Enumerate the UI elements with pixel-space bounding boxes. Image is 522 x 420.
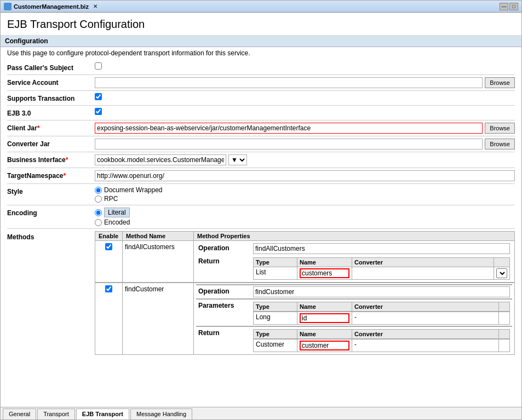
findallcustomers-operation-input[interactable] — [253, 243, 510, 254]
findcustomer-return-table: Type Name Converter — [253, 329, 510, 352]
bottom-spacer — [1, 357, 521, 368]
tab-message-handling[interactable]: Message Handling — [130, 409, 192, 419]
converter-jar-browse-button[interactable]: Browse — [485, 139, 515, 149]
page-title: EJB Transport Configuration — [1, 13, 521, 36]
style-rpc-label: RPC — [104, 195, 118, 203]
findallcustomers-return-table: Type Name Converter — [253, 257, 510, 280]
pass-callers-subject-checkbox[interactable] — [95, 62, 102, 70]
findcustomer-parameters-label: Parameters — [198, 302, 234, 309]
business-interface-input[interactable]: cookbook.model.services.CustomerManageme… — [95, 154, 226, 165]
ejb30-row: EJB 3.0 — [1, 106, 521, 120]
content-area: Configuration Use this page to configure… — [1, 36, 521, 407]
findcustomer-return-name-input[interactable] — [300, 341, 349, 350]
methods-header-enable: Enable — [95, 232, 123, 241]
encoding-encoded-radio[interactable] — [95, 219, 102, 226]
target-namespace-input[interactable]: http://www.openuri.org/ — [95, 170, 515, 181]
findallcustomers-return-name-input[interactable] — [300, 268, 349, 278]
method-findcustomer-checkbox[interactable] — [105, 285, 112, 292]
findcustomer-param-name-input[interactable] — [300, 313, 349, 323]
ejb30-checkbox[interactable] — [95, 108, 102, 115]
ejb30-label: EJB 3.0 — [7, 108, 95, 117]
method-findallcustomers-checkbox[interactable] — [105, 243, 112, 250]
converter-jar-input[interactable] — [95, 139, 483, 149]
methods-row: Methods Enable Method Name Method Proper… — [1, 229, 521, 357]
converter-jar-label: Converter Jar — [7, 139, 95, 148]
findallcustomers-return-name-header: Name — [297, 258, 352, 267]
findcustomer-operation-input[interactable] — [253, 286, 510, 297]
encoding-radio-group: Literal Encoded — [95, 208, 130, 226]
findcustomer-return-label: Return — [198, 329, 220, 337]
client-jar-browse-button[interactable]: Browse — [485, 123, 515, 134]
business-interface-dropdown[interactable]: ▼ — [228, 154, 247, 165]
style-radio-group: Document Wrapped RPC — [95, 186, 163, 203]
tab-close-icon[interactable]: ✕ — [93, 3, 97, 9]
supports-transaction-label: Supports Transaction — [7, 93, 95, 102]
method-row-find-customer: findCustomer Operation — [95, 283, 515, 355]
findallcustomers-return-converter — [352, 267, 494, 280]
findallcustomers-return-label: Return — [198, 257, 220, 265]
service-account-input[interactable] — [95, 77, 483, 88]
tab-general[interactable]: General — [3, 409, 36, 419]
methods-table: Enable Method Name Method Properties — [95, 231, 515, 355]
title-bar: CustomerManagement.biz ✕ — □ — [1, 1, 521, 13]
business-interface-row: Business Interface* cookbook.model.servi… — [1, 152, 521, 168]
findcustomer-param-type: Long — [254, 312, 297, 325]
methods-header-method-properties: Method Properties — [194, 232, 515, 241]
findallcustomers-converter-select[interactable]: ▼ — [496, 268, 507, 278]
encoding-row: Encoding Literal Encoded — [1, 205, 521, 228]
encoding-literal-radio[interactable] — [95, 209, 102, 216]
minimize-button[interactable]: — — [500, 3, 508, 10]
supports-transaction-row: Supports Transaction — [1, 91, 521, 105]
findallcustomers-return-converter-header: Converter — [352, 258, 494, 267]
method-findcustomer-name: findCustomer — [125, 285, 164, 293]
app-icon — [4, 3, 12, 10]
supports-transaction-checkbox[interactable] — [95, 93, 102, 100]
style-rpc-row: RPC — [95, 195, 163, 203]
findcustomer-return-row: Customer - — [254, 339, 510, 352]
encoding-encoded-label: Encoded — [104, 218, 130, 226]
style-row: Style Document Wrapped RPC — [1, 184, 521, 205]
service-account-label: Service Account — [7, 77, 95, 87]
converter-jar-row: Converter Jar Browse — [1, 136, 521, 152]
methods-table-container: Enable Method Name Method Properties — [95, 231, 515, 355]
method-findallcustomers-name: findAllCustomers — [125, 243, 175, 251]
findcustomer-param-type-header: Type — [254, 302, 297, 312]
client-jar-row: Client Jar* exposing-session-bean-as-web… — [1, 120, 521, 136]
findcustomer-params-table: Type Name Converter — [253, 302, 510, 325]
findallcustomers-return-row: List ▼ — [254, 267, 510, 280]
style-rpc-radio[interactable] — [95, 195, 102, 203]
methods-header-method-name: Method Name — [123, 232, 194, 241]
encoding-label: Encoding — [7, 208, 95, 217]
findcustomer-return-type-header: Type — [254, 330, 297, 340]
encoding-encoded-row: Encoded — [95, 218, 130, 226]
client-jar-input[interactable]: exposing-session-bean-as-webservice/jar/… — [95, 123, 483, 134]
findcustomer-param-row: Long - — [254, 312, 510, 325]
section-header: Configuration — [1, 36, 521, 47]
findcustomer-param-converter: - — [352, 312, 499, 325]
findcustomer-return-type: Customer — [254, 339, 297, 352]
method-row-find-all-customers: findAllCustomers Operation — [95, 241, 515, 283]
findcustomer-return-action — [499, 339, 510, 352]
encoding-literal-label: Literal — [104, 208, 130, 217]
findcustomer-operation-label: Operation — [198, 287, 230, 295]
tab-ejb-transport[interactable]: EJB Transport — [76, 409, 129, 419]
tab-bar: General Transport EJB Transport Message … — [1, 407, 521, 419]
service-account-browse-button[interactable]: Browse — [485, 77, 515, 88]
methods-label: Methods — [7, 231, 95, 241]
findcustomer-param-name-header: Name — [297, 302, 352, 312]
findcustomer-param-action — [499, 312, 510, 325]
encoding-literal-row: Literal — [95, 208, 130, 217]
findcustomer-param-converter-header: Converter — [352, 302, 499, 312]
tab-transport[interactable]: Transport — [37, 409, 75, 419]
business-interface-label: Business Interface* — [7, 154, 95, 164]
findallcustomers-operation-label: Operation — [198, 244, 230, 252]
pass-callers-subject-row: Pass Caller's Subject — [1, 60, 521, 74]
method-findcustomer-properties: Operation Parameters — [194, 283, 515, 355]
style-doc-wrapped-radio[interactable] — [95, 187, 102, 194]
findcustomer-return-converter: - — [352, 339, 499, 352]
pass-callers-subject-label: Pass Caller's Subject — [7, 62, 95, 72]
method-findallcustomers-properties: Operation Return — [194, 241, 515, 283]
findallcustomers-return-action-header — [494, 258, 510, 267]
findcustomer-return-name-header: Name — [297, 330, 352, 340]
maximize-button[interactable]: □ — [509, 3, 518, 10]
